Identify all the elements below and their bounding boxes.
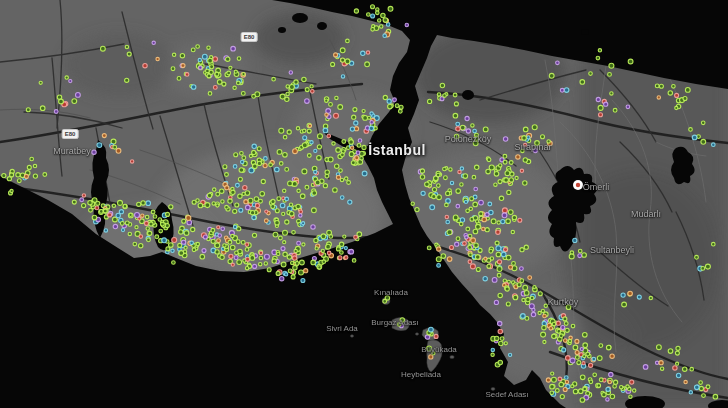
- poi-marker-green[interactable]: [552, 334, 556, 338]
- poi-marker-green[interactable]: [543, 340, 546, 343]
- poi-marker-green[interactable]: [129, 213, 132, 216]
- poi-marker-green[interactable]: [305, 88, 309, 92]
- poi-marker-green[interactable]: [241, 241, 245, 245]
- poi-marker-green[interactable]: [288, 181, 293, 186]
- poi-marker-green[interactable]: [103, 209, 107, 213]
- poi-marker-purple[interactable]: [234, 256, 238, 260]
- poi-marker-green[interactable]: [353, 108, 357, 112]
- poi-marker-green[interactable]: [127, 52, 131, 56]
- poi-marker-purple[interactable]: [113, 224, 117, 228]
- poi-marker-green[interactable]: [96, 201, 100, 205]
- poi-marker-green[interactable]: [565, 328, 569, 332]
- poi-marker-green[interactable]: [496, 252, 501, 257]
- poi-marker-purple[interactable]: [246, 205, 251, 210]
- poi-marker-green[interactable]: [524, 291, 529, 296]
- poi-marker-green[interactable]: [280, 94, 285, 99]
- poi-marker-green[interactable]: [542, 326, 546, 330]
- poi-marker-green[interactable]: [326, 244, 331, 249]
- poi-marker-green[interactable]: [459, 222, 463, 226]
- poi-marker-cyan[interactable]: [573, 238, 577, 242]
- poi-marker-orange[interactable]: [543, 314, 547, 318]
- poi-marker-green[interactable]: [286, 92, 289, 95]
- poi-marker-green[interactable]: [699, 386, 703, 390]
- poi-marker-green[interactable]: [476, 220, 479, 223]
- poi-marker-red[interactable]: [338, 256, 342, 260]
- poi-marker-red[interactable]: [145, 221, 149, 225]
- poi-marker-green[interactable]: [273, 232, 278, 237]
- poi-marker-green[interactable]: [560, 395, 564, 399]
- poi-marker-green[interactable]: [332, 142, 335, 145]
- poi-marker-cyan[interactable]: [676, 373, 680, 377]
- poi-marker-cyan[interactable]: [429, 327, 434, 332]
- poi-marker-green[interactable]: [123, 205, 127, 209]
- poi-marker-green[interactable]: [72, 99, 77, 104]
- poi-marker-purple[interactable]: [531, 312, 535, 316]
- poi-marker-green[interactable]: [294, 249, 297, 252]
- poi-marker-purple[interactable]: [221, 227, 225, 231]
- poi-marker-purple[interactable]: [152, 41, 155, 44]
- poi-marker-green[interactable]: [352, 259, 356, 263]
- poi-marker-green[interactable]: [432, 352, 435, 355]
- poi-marker-red[interactable]: [458, 170, 461, 173]
- poi-marker-green[interactable]: [300, 260, 305, 265]
- poi-marker-green[interactable]: [367, 13, 371, 17]
- poi-marker-green[interactable]: [237, 57, 241, 61]
- poi-marker-green[interactable]: [668, 91, 672, 95]
- poi-marker-green[interactable]: [535, 141, 540, 146]
- poi-marker-green[interactable]: [541, 332, 546, 337]
- poi-marker-red[interactable]: [445, 215, 448, 218]
- poi-marker-red[interactable]: [299, 210, 303, 214]
- poi-marker-green[interactable]: [555, 389, 559, 393]
- poi-marker-green[interactable]: [471, 124, 474, 127]
- poi-marker-purple[interactable]: [349, 249, 354, 254]
- poi-marker-cyan[interactable]: [501, 220, 505, 224]
- poi-marker-green[interactable]: [596, 56, 600, 60]
- poi-marker-green[interactable]: [307, 129, 311, 133]
- poi-marker-red[interactable]: [327, 134, 331, 138]
- poi-marker-green[interactable]: [476, 268, 480, 272]
- poi-marker-green[interactable]: [655, 84, 659, 88]
- poi-marker-green[interactable]: [346, 39, 350, 43]
- poi-marker-orange[interactable]: [528, 276, 532, 280]
- poi-marker-green[interactable]: [378, 19, 381, 22]
- poi-marker-green[interactable]: [511, 230, 514, 233]
- poi-marker-green[interactable]: [182, 219, 186, 223]
- poi-marker-green[interactable]: [395, 104, 399, 108]
- poi-marker-green[interactable]: [303, 129, 306, 132]
- poi-marker-green[interactable]: [447, 230, 452, 235]
- poi-marker-green[interactable]: [437, 195, 442, 200]
- poi-marker-purple[interactable]: [498, 321, 502, 325]
- poi-marker-green[interactable]: [411, 202, 414, 205]
- poi-marker-green[interactable]: [449, 168, 452, 171]
- poi-marker-green[interactable]: [7, 177, 11, 181]
- poi-marker-cyan[interactable]: [564, 88, 569, 93]
- poi-marker-green[interactable]: [702, 394, 706, 398]
- poi-marker-cyan[interactable]: [344, 247, 347, 250]
- poi-marker-green[interactable]: [551, 372, 554, 375]
- poi-marker-green[interactable]: [259, 199, 263, 203]
- poi-marker-red[interactable]: [497, 260, 501, 264]
- poi-marker-green[interactable]: [383, 299, 387, 303]
- poi-marker-purple[interactable]: [561, 326, 565, 330]
- poi-marker-green[interactable]: [444, 176, 448, 180]
- poi-marker-green[interactable]: [252, 150, 256, 154]
- poi-marker-green[interactable]: [559, 382, 564, 387]
- poi-marker-green[interactable]: [196, 242, 199, 245]
- poi-marker-purple[interactable]: [202, 249, 206, 253]
- poi-marker-green[interactable]: [338, 105, 343, 110]
- poi-marker-green[interactable]: [207, 74, 211, 78]
- poi-marker-orange[interactable]: [482, 217, 487, 222]
- poi-marker-purple[interactable]: [494, 300, 498, 304]
- poi-marker-green[interactable]: [335, 96, 338, 99]
- poi-marker-green[interactable]: [499, 196, 503, 200]
- poi-marker-cyan[interactable]: [565, 376, 569, 380]
- poi-marker-green[interactable]: [507, 190, 511, 194]
- poi-marker-purple[interactable]: [474, 187, 478, 191]
- poi-marker-orange[interactable]: [24, 174, 28, 178]
- poi-marker-green[interactable]: [234, 153, 238, 157]
- poi-marker-green[interactable]: [239, 168, 244, 173]
- poi-marker-green[interactable]: [249, 154, 252, 157]
- poi-marker-green[interactable]: [436, 257, 441, 262]
- poi-marker-green[interactable]: [312, 191, 317, 196]
- poi-marker-red[interactable]: [366, 51, 369, 54]
